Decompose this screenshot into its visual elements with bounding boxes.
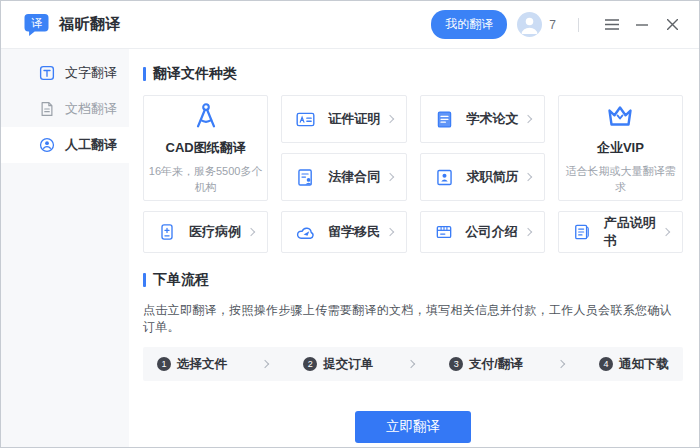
manual-icon [572,222,592,242]
main-content: 翻译文件种类 CAD图纸翻译 16年来，服务5500多个机构 [129,49,699,447]
chevron-right-icon [557,360,565,368]
text-translate-icon [38,64,56,82]
step-pay-translate: 3 支付/翻译 [449,356,522,373]
svg-text:译: 译 [31,17,42,29]
card-product-manual[interactable]: 产品说明书 [558,211,683,253]
titlebar-divider [578,18,579,32]
order-flow-description: 点击立即翻译，按照操作步骤上传需要翻译的文档，填写相关信息并付款，工作人员会联系… [143,302,683,336]
chevron-right-icon [385,115,393,123]
section-title-file-types: 翻译文件种类 [143,65,683,83]
id-card-icon [295,109,316,130]
sidebar-item-label: 文档翻译 [65,100,117,118]
chevron-right-icon [407,360,415,368]
paper-icon [434,109,455,130]
human-translate-icon [38,136,56,154]
resume-icon [434,167,455,188]
card-cad-translate[interactable]: CAD图纸翻译 16年来，服务5500多个机构 [143,95,268,201]
doc-translate-icon [38,100,56,118]
chevron-right-icon [524,173,532,181]
card-label: 证件证明 [328,110,380,128]
accent-bar [143,273,146,287]
sidebar-item-label: 人工翻译 [65,136,117,154]
card-label: 公司介绍 [466,223,518,241]
card-legal-contract[interactable]: 法律合同 [281,153,406,201]
card-title: CAD图纸翻译 [166,139,246,157]
card-label: 产品说明书 [604,214,663,250]
avatar[interactable] [517,12,542,37]
card-subtitle: 适合长期或大量翻译需求 [562,163,678,196]
contract-icon [295,167,316,188]
titlebar-right: 我的翻译 7 [431,10,683,39]
chevron-right-icon [524,115,532,123]
step-submit-order: 2 提交订单 [303,356,373,373]
step-select-file: 1 选择文件 [157,356,227,373]
medical-record-icon [157,222,177,242]
card-label: 学术论文 [467,110,519,128]
step-number: 1 [157,357,171,371]
card-medical-record[interactable]: 医疗病例 [143,211,268,253]
card-study-abroad[interactable]: 留学移民 [281,211,406,253]
card-resume[interactable]: 求职简历 [420,153,545,201]
card-certificates[interactable]: 证件证明 [281,95,406,143]
accent-bar [143,67,146,81]
chevron-right-icon [662,228,670,236]
sidebar-item-human-translate[interactable]: 人工翻译 [1,127,129,163]
translate-now-button[interactable]: 立即翻译 [355,411,471,443]
cad-compass-icon [191,101,221,131]
titlebar: 译 福昕翻译 我的翻译 7 [1,1,699,49]
sidebar-item-label: 文字翻译 [65,64,117,82]
company-icon [434,222,454,242]
card-label: 医疗病例 [189,223,241,241]
chevron-right-icon [524,228,532,236]
sidebar-item-text-translate[interactable]: 文字翻译 [1,55,129,91]
app-title: 福昕翻译 [59,15,121,34]
plane-cloud-icon [295,222,316,243]
sidebar-item-doc-translate[interactable]: 文档翻译 [1,91,129,127]
app-window: 译 福昕翻译 我的翻译 7 [0,0,700,448]
step-notify-download: 4 通知下载 [599,356,669,373]
card-enterprise-vip[interactable]: 企业VIP 适合长期或大量翻译需求 [558,95,683,201]
step-number: 3 [449,357,463,371]
user-badge: 7 [549,18,556,32]
step-number: 2 [303,357,317,371]
file-type-grid: CAD图纸翻译 16年来，服务5500多个机构 证件证明 [143,95,683,201]
card-label: 留学移民 [328,223,380,241]
my-translations-button[interactable]: 我的翻译 [431,10,507,39]
sidebar: 文字翻译 文档翻译 [1,49,129,447]
order-steps-bar: 1 选择文件 2 提交订单 3 支付/翻译 4 [143,347,683,381]
menu-icon[interactable] [601,14,623,36]
card-label: 求职简历 [467,168,519,186]
card-academic-paper[interactable]: 学术论文 [420,95,545,143]
close-icon[interactable] [661,14,683,36]
chevron-right-icon [261,360,269,368]
chevron-right-icon [247,228,255,236]
app-logo-icon: 译 [23,13,50,37]
chevron-right-icon [385,173,393,181]
card-label: 法律合同 [328,168,380,186]
order-flow-section: 下单流程 点击立即翻译，按照操作步骤上传需要翻译的文档，填写相关信息并付款，工作… [143,271,683,443]
card-company-intro[interactable]: 公司介绍 [420,211,545,253]
minimize-icon[interactable] [631,14,653,36]
card-subtitle: 16年来，服务5500多个机构 [148,163,264,196]
file-type-grid-bottom: 医疗病例 留学移民 [143,211,683,253]
section-title-order-flow: 下单流程 [143,271,683,289]
chevron-right-icon [385,228,393,236]
step-number: 4 [599,357,613,371]
card-title: 企业VIP [597,139,644,157]
vip-crown-icon [604,101,636,131]
